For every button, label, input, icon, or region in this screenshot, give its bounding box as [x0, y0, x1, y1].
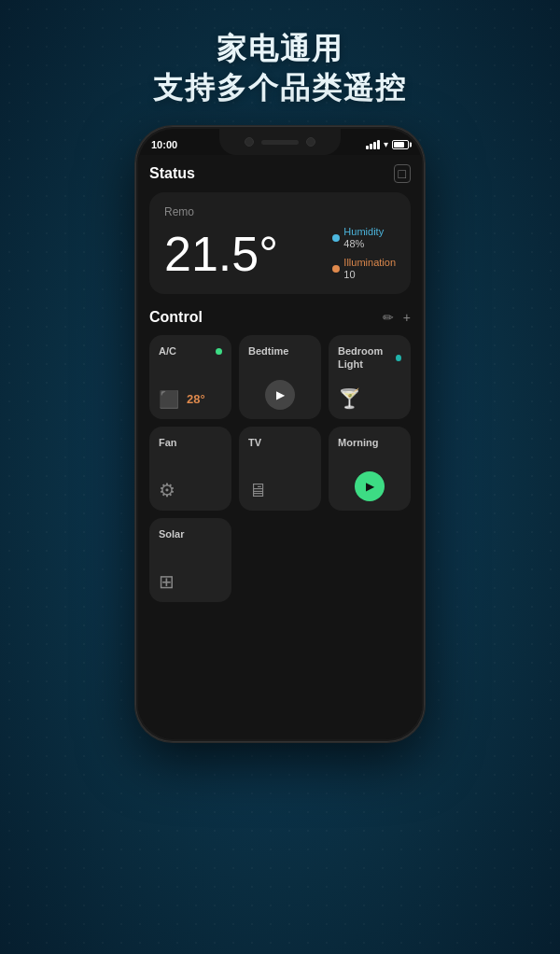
- status-section-header: Status □: [149, 164, 411, 183]
- status-time: 10:00: [151, 139, 177, 150]
- control-card-tv[interactable]: TV 🖥: [239, 427, 321, 511]
- control-title: Control: [149, 309, 203, 326]
- ac-temp: 28°: [187, 392, 205, 406]
- tv-label: TV: [248, 436, 261, 449]
- solar-label: Solar: [159, 527, 185, 540]
- ac-label: A/C: [159, 344, 176, 358]
- device-icon[interactable]: □: [394, 164, 411, 183]
- tv-icon: 🖥: [248, 480, 267, 500]
- humidity-dot: [332, 234, 340, 242]
- header-section: 家电通用 支持多个品类遥控: [153, 30, 407, 107]
- battery-icon: [392, 140, 409, 149]
- ac-icon: ⬛: [159, 389, 179, 410]
- bedtime-play-btn[interactable]: ▶: [265, 380, 295, 410]
- fan-icon: ⚙: [159, 480, 175, 500]
- ac-status-dot: [216, 348, 222, 355]
- morning-label: Morning: [338, 436, 378, 449]
- header-line2: 支持多个品类遥控: [153, 69, 407, 108]
- control-card-ac[interactable]: A/C ⬛ 28°: [149, 335, 231, 419]
- front-camera: [245, 137, 254, 147]
- phone-frame: 10:00 ▾: [135, 126, 425, 742]
- control-card-fan[interactable]: Fan ⚙: [149, 427, 231, 511]
- bedroom-light-status-dot: [396, 355, 401, 361]
- speaker: [261, 140, 299, 145]
- humidity-value: 48%: [343, 238, 384, 250]
- control-grid: A/C ⬛ 28° Bedtime: [149, 335, 411, 602]
- add-icon[interactable]: +: [403, 310, 411, 325]
- status-icons: ▾: [366, 139, 409, 149]
- fan-label: Fan: [159, 436, 177, 449]
- light-icon: 🍸: [338, 388, 361, 409]
- app-content[interactable]: Status □ Remo 21.5° Humidity 48%: [138, 155, 422, 739]
- control-card-bedtime[interactable]: Bedtime ▶: [239, 335, 321, 419]
- env-stats: Humidity 48% Illumination 10: [332, 226, 396, 281]
- status-card: Remo 21.5° Humidity 48%: [149, 192, 411, 294]
- morning-play-btn[interactable]: ▶: [355, 471, 385, 501]
- temperature-display: 21.5°: [164, 230, 278, 278]
- status-card-body: 21.5° Humidity 48%: [164, 226, 396, 281]
- humidity-stat: Humidity 48%: [332, 226, 384, 250]
- signal-icon: [366, 140, 380, 149]
- status-title: Status: [149, 165, 195, 182]
- wifi-icon: ▾: [384, 139, 388, 149]
- control-section-header: Control ✏ +: [149, 309, 411, 326]
- humidity-label: Humidity: [343, 226, 384, 238]
- illumination-value: 10: [343, 269, 396, 281]
- section-actions: ✏ +: [383, 310, 411, 325]
- illumination-stat: Illumination 10: [332, 257, 396, 281]
- illumination-dot: [332, 265, 340, 273]
- bedroom-light-label: Bedroom Light: [338, 344, 396, 372]
- control-card-morning[interactable]: Morning ▶: [329, 427, 411, 511]
- phone-mockup: 10:00 ▾: [135, 126, 425, 742]
- status-card-label: Remo: [164, 205, 396, 218]
- control-card-bedroom-light[interactable]: Bedroom Light 🍸: [329, 335, 411, 419]
- front-camera-2: [306, 137, 315, 147]
- bedtime-label: Bedtime: [248, 344, 288, 358]
- header-line1: 家电通用: [153, 30, 407, 69]
- phone-notch: [219, 129, 341, 155]
- edit-icon[interactable]: ✏: [383, 310, 394, 325]
- illumination-label: Illumination: [343, 257, 396, 269]
- control-card-solar[interactable]: Solar ⊞: [149, 518, 231, 602]
- phone-screen: 10:00 ▾: [138, 129, 422, 739]
- solar-icon: ⊞: [159, 571, 175, 592]
